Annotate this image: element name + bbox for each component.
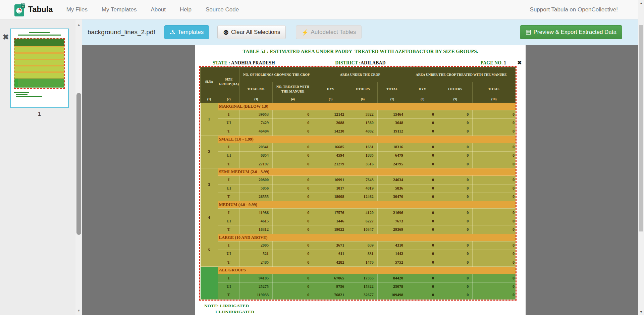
page-number-label: 1 (10, 111, 69, 117)
scroll-down-icon[interactable]: ▼ (638, 310, 644, 314)
nav-menu: My Files My Templates About Help Source … (66, 4, 252, 15)
tabula-logo-icon (14, 3, 25, 17)
state-label: STATE : (213, 60, 231, 65)
page-scrollbar[interactable]: ▲ ▼ (638, 0, 644, 315)
clear-all-selections-label: Clear All Selections (231, 29, 280, 36)
clear-all-selections-button[interactable]: ⊗ Clear All Selections (217, 25, 286, 39)
thumb-title-line (18, 35, 61, 36)
preview-export-button[interactable]: Preview & Export Extracted Data (520, 25, 622, 39)
doc-state: STATE : ANDHRA PRADESH (213, 60, 275, 66)
district-label: DISTRICT : (335, 60, 361, 65)
toolbar: background_lines_2.pdf Templates ⊗ Clear… (82, 19, 638, 45)
support-link[interactable]: Support Tabula on OpenCollective! (530, 6, 618, 13)
sidebar-scrollbar-thumb[interactable] (76, 93, 81, 235)
page-thumbnail[interactable] (10, 29, 69, 108)
scroll-down-icon[interactable]: ▼ (75, 309, 82, 312)
pdf-filename: background_lines_2.pdf (88, 29, 155, 36)
district-value: ADILABAD (361, 60, 386, 65)
tabula-app: Tabula My Files My Templates About Help … (0, 0, 644, 315)
thumb-note-line (16, 96, 42, 97)
thumb-title-line (29, 32, 50, 33)
pdf-page[interactable]: TABLE 5J : ESTIMATED AREA UNDER PADDY TR… (195, 45, 526, 315)
nav-item-my-files[interactable]: My Files (66, 4, 88, 15)
upload-icon (170, 30, 175, 35)
page-scrollbar-thumb[interactable] (639, 25, 643, 231)
thumb-note-line (14, 92, 29, 93)
spreadsheet-icon (526, 30, 531, 35)
thumb-table-body (14, 46, 64, 78)
templates-label: Templates (178, 29, 204, 36)
state-value: ANDHRA PRADESH (231, 60, 275, 65)
circle-x-icon: ⊗ (223, 28, 229, 36)
page-no-value: 1 (504, 60, 506, 65)
page-sidebar: ✖ 1 ▲ ▼ (0, 19, 82, 315)
doc-district: DISTRICT :ADILABAD (335, 60, 385, 66)
templates-button[interactable]: Templates (164, 25, 209, 39)
scroll-up-icon[interactable]: ▲ (75, 23, 82, 27)
doc-note-line1: NOTE: I-IRRIGATED (204, 303, 249, 309)
thumbnail-mini-table (14, 38, 65, 89)
doc-page-no: PAGE NO. 1 (481, 60, 506, 66)
thumb-table-footer (14, 78, 64, 88)
thumb-note-line (16, 94, 28, 95)
sidebar-scrollbar[interactable]: ▲ ▼ (75, 19, 82, 315)
table-selection-box[interactable] (199, 66, 517, 301)
workspace: TABLE 5J : ESTIMATED AREA UNDER PADDY TR… (82, 45, 638, 315)
nav-item-my-templates[interactable]: My Templates (101, 4, 138, 15)
brand-title: Tabula (28, 5, 53, 14)
doc-note-line2: UI-UNIRRIGATED (215, 309, 254, 315)
nav-item-help[interactable]: Help (179, 4, 192, 15)
remove-page-button[interactable]: ✖ (3, 33, 9, 42)
nav-item-about[interactable]: About (150, 4, 166, 15)
page-no-label: PAGE NO. (481, 60, 504, 65)
scroll-up-icon[interactable]: ▲ (638, 1, 644, 5)
brand[interactable]: Tabula (14, 3, 53, 17)
lightning-icon: ⚡ (302, 29, 308, 36)
thumb-table-header (14, 39, 64, 46)
autodetect-tables-button[interactable]: ⚡ Autodetect Tables (296, 25, 362, 39)
preview-export-label: Preview & Export Extracted Data (533, 29, 616, 36)
doc-title: TABLE 5J : ESTIMATED AREA UNDER PADDY TR… (195, 49, 526, 54)
autodetect-tables-label: Autodetect Tables (311, 29, 356, 36)
navbar: Tabula My Files My Templates About Help … (0, 0, 644, 19)
remove-selection-button[interactable]: ✖ (517, 60, 522, 66)
nav-item-source-code[interactable]: Source Code (205, 4, 239, 15)
